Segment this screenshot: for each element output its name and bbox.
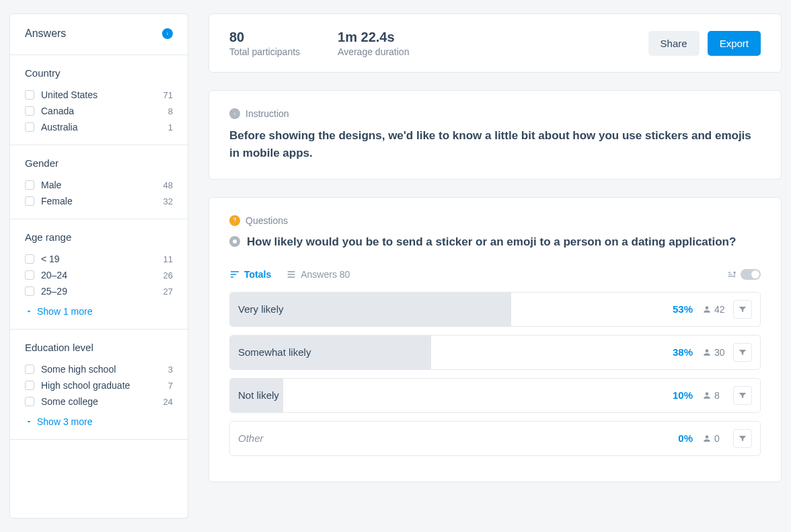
summary-card: 80 Total participants 1m 22.4s Average d… — [209, 13, 782, 73]
filter-count: 1 — [168, 122, 173, 132]
show-more-link[interactable]: Show 3 more — [25, 414, 173, 430]
filter-title: Gender — [25, 157, 173, 169]
filter-count: 71 — [163, 90, 173, 100]
person-icon — [702, 348, 712, 357]
info-icon[interactable] — [162, 28, 173, 39]
share-button[interactable]: Share — [648, 31, 700, 56]
instruction-tag-label: Instruction — [246, 108, 289, 119]
show-more-link[interactable]: Show 1 more — [25, 303, 173, 319]
filter-row[interactable]: High school graduate7 — [25, 377, 173, 393]
checkbox[interactable] — [25, 254, 34, 264]
answer-row: Somewhat likely38%30 — [229, 335, 761, 370]
answer-count: 30 — [702, 347, 729, 358]
filter-row[interactable]: 25–2927 — [25, 283, 173, 299]
instruction-text: Before showing the designs, we'd like to… — [229, 127, 761, 161]
filter-title: Education level — [25, 342, 173, 353]
filter-count: 27 — [163, 287, 173, 297]
filter-count: 3 — [168, 365, 173, 375]
filter-row[interactable]: Male48 — [25, 177, 173, 193]
answer-label: Not likely — [238, 389, 673, 401]
filter-title: Country — [25, 67, 173, 79]
answer-percent: 0% — [678, 432, 693, 444]
tab-answers[interactable]: Answers 80 — [286, 269, 350, 280]
answer-count: 42 — [702, 304, 729, 315]
funnel-icon — [738, 305, 747, 314]
filter-row[interactable]: 20–2426 — [25, 267, 173, 283]
funnel-icon — [738, 391, 747, 400]
filter-row[interactable]: Australia1 — [25, 119, 173, 135]
tab-totals[interactable]: Totals — [229, 269, 271, 280]
checkbox[interactable] — [25, 122, 34, 132]
question-tabs: Totals Answers 80 — [229, 269, 761, 280]
filter-count: 24 — [163, 397, 173, 407]
checkbox[interactable] — [25, 397, 34, 406]
filter-section: GenderMale48Female32 — [10, 145, 188, 219]
stat-duration: 1m 22.4s Average duration — [338, 29, 409, 57]
filter-button[interactable] — [733, 343, 752, 362]
answer-count: 0 — [702, 433, 729, 444]
export-button[interactable]: Export — [708, 31, 761, 56]
checkbox[interactable] — [25, 90, 34, 100]
person-icon — [702, 434, 712, 443]
filter-count: 26 — [163, 270, 173, 280]
answer-label: Somewhat likely — [238, 346, 673, 358]
answer-label: Other — [238, 432, 678, 444]
filter-label: 25–29 — [41, 286, 163, 297]
answer-row: Very likely53%42 — [229, 292, 761, 327]
question-bullet-icon — [229, 236, 240, 247]
filter-label: United States — [41, 89, 163, 100]
filter-row[interactable]: Female32 — [25, 193, 173, 209]
filter-label: Canada — [41, 106, 168, 116]
answer-row: Other0%0 — [229, 421, 761, 456]
person-icon — [702, 391, 712, 400]
filter-row[interactable]: Some college24 — [25, 393, 173, 410]
chevron-down-icon — [25, 307, 33, 315]
answer-row: Not likely10%8 — [229, 378, 761, 413]
checkbox[interactable] — [25, 106, 34, 116]
filter-button[interactable] — [733, 386, 752, 405]
filter-row[interactable]: United States71 — [25, 87, 173, 103]
checkbox[interactable] — [25, 270, 34, 280]
filter-label: < 19 — [41, 254, 163, 264]
checkbox[interactable] — [25, 287, 34, 296]
info-icon — [229, 108, 240, 119]
filter-button[interactable] — [733, 429, 752, 448]
checkbox[interactable] — [25, 180, 34, 190]
checkbox[interactable] — [25, 196, 34, 206]
filter-row[interactable]: Canada8 — [25, 103, 173, 119]
filter-count: 7 — [168, 381, 173, 391]
tab-totals-label: Totals — [244, 269, 271, 280]
tab-answers-label: Answers 80 — [301, 269, 350, 280]
filter-button[interactable] — [733, 300, 752, 319]
question-title: How likely would you be to send a sticke… — [247, 234, 736, 250]
questions-card: Questions How likely would you be to sen… — [209, 197, 782, 482]
sort-icon — [727, 270, 737, 279]
question-icon — [229, 215, 240, 226]
stat-participants-label: Total participants — [229, 46, 300, 57]
funnel-icon — [738, 348, 747, 357]
filter-title: Age range — [25, 231, 173, 243]
questions-tag-label: Questions — [246, 215, 288, 226]
stat-participants: 80 Total participants — [229, 29, 300, 57]
sort-toggle[interactable] — [741, 269, 761, 280]
filter-row[interactable]: < 1911 — [25, 251, 173, 267]
filter-section: CountryUnited States71Canada8Australia1 — [10, 55, 188, 145]
filter-label: Some high school — [41, 364, 168, 375]
filter-count: 48 — [163, 180, 173, 190]
stat-duration-value: 1m 22.4s — [338, 29, 409, 45]
filter-count: 11 — [163, 254, 173, 264]
question-title-row: How likely would you be to send a sticke… — [229, 234, 761, 250]
filter-label: Some college — [41, 396, 163, 407]
main: 80 Total participants 1m 22.4s Average d… — [209, 13, 782, 519]
person-icon — [702, 305, 712, 314]
filter-section: Age range< 191120–242625–2927Show 1 more — [10, 219, 188, 330]
funnel-icon — [738, 434, 747, 443]
checkbox[interactable] — [25, 381, 34, 390]
filter-row[interactable]: Some high school3 — [25, 361, 173, 377]
filter-label: Female — [41, 196, 163, 206]
filter-count: 8 — [168, 106, 173, 116]
filter-count: 32 — [163, 196, 173, 206]
questions-tag: Questions — [229, 215, 761, 226]
checkbox[interactable] — [25, 365, 34, 374]
instruction-tag: Instruction — [229, 108, 761, 119]
